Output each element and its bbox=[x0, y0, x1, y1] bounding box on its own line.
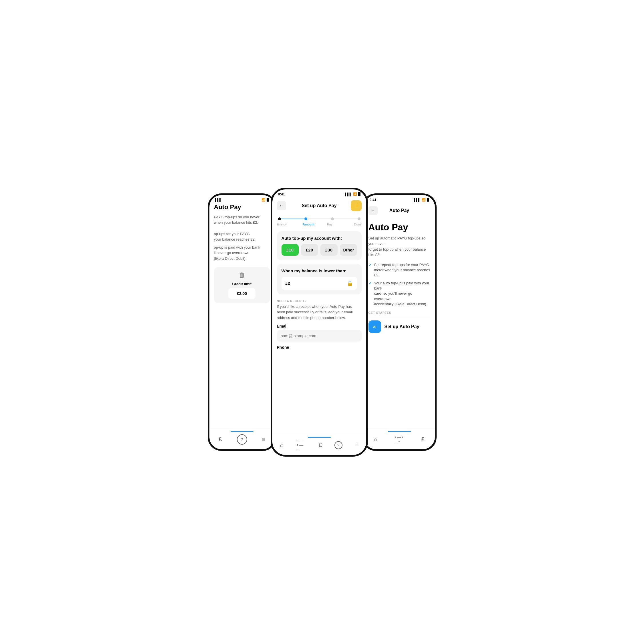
step-label-done: Done bbox=[340, 223, 362, 226]
step-label-amount: Amount bbox=[298, 223, 319, 226]
right-back-button[interactable]: ← bbox=[368, 206, 378, 215]
phone-right: 9:41 ▌▌▌ 📶 ▉ ← Auto Pay Auto Pay Set up … bbox=[362, 193, 437, 451]
center-nav-indicator bbox=[308, 437, 331, 438]
balance-value: £2 bbox=[286, 281, 290, 286]
right-nav-activity[interactable]: ⚬—⚬—⚬ bbox=[394, 434, 404, 445]
amount-btn-30[interactable]: £30 bbox=[320, 244, 338, 256]
step-label-energy: Energy bbox=[277, 223, 298, 226]
email-label: Email bbox=[277, 324, 362, 328]
auto-topup-card: Auto top-up my account with: £10 £20 £30… bbox=[277, 231, 362, 260]
right-nav-title: Auto Pay bbox=[389, 208, 409, 213]
receipt-label: NEED A RECEIPT? bbox=[277, 300, 362, 303]
left-nav-menu[interactable]: ≡ bbox=[259, 434, 269, 445]
center-bottom-nav: ⌂ ⚬—⚬—⚬ £ ? ≡ bbox=[272, 434, 366, 455]
step-line-1 bbox=[281, 219, 305, 219]
amount-btn-other[interactable]: Other bbox=[340, 244, 357, 256]
lock-icon: 🔒 bbox=[347, 280, 353, 286]
right-bottom-nav: ⌂ ⚬—⚬—⚬ £ bbox=[364, 428, 435, 449]
credit-limit-card: 🗑 Credit limit £2.00 bbox=[214, 267, 270, 303]
phone-center: 9:41 ▌▌▌ 📶 ▉ ← Set up Auto Pay ⚡ bbox=[271, 188, 368, 457]
step-line-3 bbox=[334, 219, 358, 219]
left-desc-3: op-up is paid with your bankll never go … bbox=[214, 245, 270, 261]
center-action-icon: ⚡ bbox=[353, 203, 359, 209]
left-bottom-nav: £ ? ≡ bbox=[209, 428, 275, 449]
center-time: 9:41 bbox=[278, 192, 285, 196]
center-nav-bar: ← Set up Auto Pay ⚡ bbox=[272, 198, 366, 213]
divider bbox=[368, 317, 430, 317]
check-text-2: Your auto top-up is paid with your bankc… bbox=[374, 281, 430, 307]
setup-btn-icon: ∞ bbox=[368, 320, 381, 333]
check-item-2: ✓ Your auto top-up is paid with your ban… bbox=[368, 281, 430, 307]
center-nav-menu[interactable]: ≡ bbox=[351, 440, 362, 450]
checkmark-2: ✓ bbox=[368, 281, 372, 286]
balance-trigger-title: When my balance is lower than: bbox=[282, 268, 357, 273]
right-back-icon: ← bbox=[371, 208, 375, 213]
balance-input-wrap: £2 🔒 bbox=[282, 277, 357, 290]
right-nav-bar: ← Auto Pay bbox=[364, 204, 435, 217]
center-nav-items: ⌂ ⚬—⚬—⚬ £ ? ≡ bbox=[272, 440, 366, 450]
step-dot-done bbox=[358, 217, 360, 220]
center-back-button[interactable]: ← bbox=[277, 201, 286, 210]
email-input[interactable] bbox=[277, 330, 362, 342]
screenshot-container: ▌▌▌ 📶 ▉ Auto Pay PAYG top-ups so you nev… bbox=[171, 171, 474, 474]
center-step-labels: Energy Amount Pay Done bbox=[272, 223, 366, 229]
balance-trigger-card: When my balance is lower than: £2 🔒 bbox=[277, 264, 362, 294]
center-progress-steps bbox=[272, 213, 366, 223]
step-dot-energy bbox=[278, 217, 281, 220]
center-wifi-icon: 📶 bbox=[353, 192, 357, 196]
check-item-1: ✓ Set repeat top-ups for your PAYGmeter … bbox=[368, 262, 430, 278]
infinity-icon: ∞ bbox=[373, 324, 377, 330]
phone-label: Phone bbox=[277, 345, 362, 350]
left-nav-help[interactable]: ? bbox=[237, 434, 247, 445]
autopay-main-title: Auto Pay bbox=[368, 222, 430, 233]
left-title: Auto Pay bbox=[214, 203, 270, 211]
left-desc-1: PAYG top-ups so you never when your bala… bbox=[214, 214, 270, 225]
right-main-content: Auto Pay Set up automatic PAYG top-ups s… bbox=[364, 217, 435, 428]
right-battery-icon: ▉ bbox=[427, 198, 429, 202]
center-nav-pound[interactable]: £ bbox=[315, 440, 325, 450]
setup-autopay-button[interactable]: ∞ Set up Auto Pay bbox=[368, 320, 430, 333]
step-dot-amount bbox=[304, 217, 307, 220]
right-nav-indicator bbox=[388, 431, 411, 432]
left-nav-items: £ ? ≡ bbox=[209, 434, 275, 445]
center-nav-title: Set up Auto Pay bbox=[302, 203, 336, 208]
center-nav-home[interactable]: ⌂ bbox=[277, 440, 287, 450]
phone-left: ▌▌▌ 📶 ▉ Auto Pay PAYG top-ups so you nev… bbox=[208, 193, 276, 451]
right-signal-icon: ▌▌▌ bbox=[414, 198, 420, 202]
credit-limit-value: £2.00 bbox=[228, 288, 255, 299]
step-line-2 bbox=[307, 219, 331, 219]
center-status-bar: 9:41 ▌▌▌ 📶 ▉ bbox=[272, 189, 366, 198]
left-wifi-icon: 📶 bbox=[261, 198, 265, 202]
left-desc-2: op-ups for your PAYGyour balance reaches… bbox=[214, 231, 270, 242]
left-battery-icon: ▉ bbox=[267, 198, 269, 202]
autopay-description: Set up automatic PAYG top-ups so you nev… bbox=[368, 235, 430, 258]
step-label-pay: Pay bbox=[319, 223, 340, 226]
left-signal-icon: ▌▌▌ bbox=[215, 198, 222, 201]
right-nav-pound[interactable]: £ bbox=[418, 434, 428, 445]
right-time: 9:41 bbox=[370, 198, 377, 202]
amount-btn-10[interactable]: £10 bbox=[282, 244, 299, 256]
check-text-1: Set repeat top-ups for your PAYGmeter wh… bbox=[374, 262, 430, 278]
center-back-icon: ← bbox=[279, 203, 284, 208]
right-nav-items: ⌂ ⚬—⚬—⚬ £ bbox=[364, 434, 435, 445]
center-signal-icon: ▌▌▌ bbox=[345, 193, 352, 196]
center-battery-icon: ▉ bbox=[358, 192, 360, 196]
right-wifi-icon: 📶 bbox=[422, 198, 426, 202]
auto-topup-title: Auto top-up my account with: bbox=[282, 236, 357, 241]
setup-btn-label: Set up Auto Pay bbox=[385, 324, 419, 329]
get-started-label: GET STARTED bbox=[368, 311, 430, 314]
center-action-button[interactable]: ⚡ bbox=[351, 200, 362, 211]
left-status-bar: ▌▌▌ 📶 ▉ bbox=[209, 195, 275, 203]
amount-btn-20[interactable]: £20 bbox=[301, 244, 318, 256]
left-nav-pound[interactable]: £ bbox=[215, 434, 225, 445]
receipt-description: If you'd like a receipt when your Auto P… bbox=[277, 304, 362, 321]
amount-buttons-group: £10 £20 £30 Other bbox=[282, 244, 357, 256]
right-nav-home[interactable]: ⌂ bbox=[370, 434, 381, 445]
left-nav-indicator bbox=[231, 431, 253, 432]
delete-icon[interactable]: 🗑 bbox=[239, 272, 245, 279]
center-nav-activity[interactable]: ⚬—⚬—⚬ bbox=[296, 440, 306, 450]
center-nav-help[interactable]: ? bbox=[334, 441, 342, 449]
checkmark-1: ✓ bbox=[368, 263, 372, 267]
step-dot-pay bbox=[331, 217, 334, 220]
receipt-section: NEED A RECEIPT? If you'd like a receipt … bbox=[272, 296, 366, 354]
